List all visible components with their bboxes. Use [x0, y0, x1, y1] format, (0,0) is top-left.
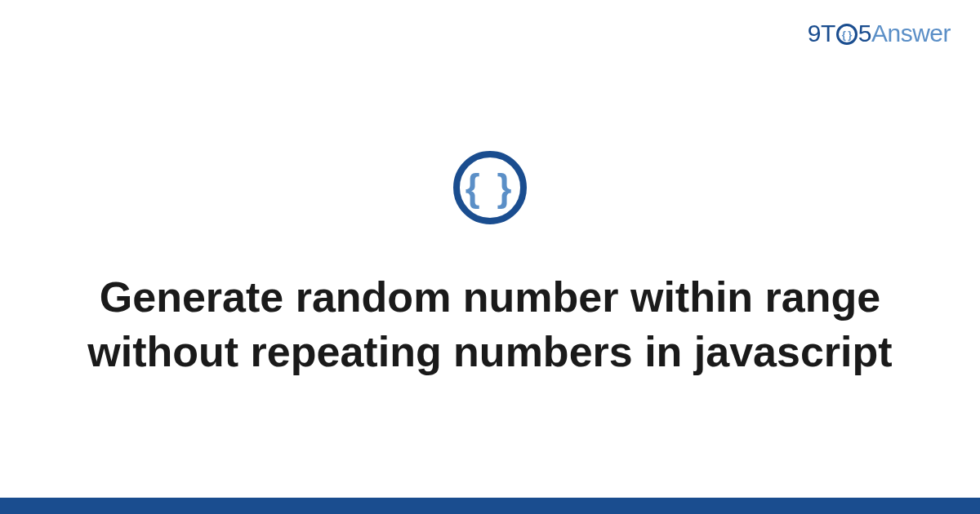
curly-braces-icon: { }	[466, 169, 515, 206]
main-content: { } Generate random number within range …	[0, 0, 980, 498]
category-icon-circle: { }	[453, 151, 527, 224]
footer-bar	[0, 498, 980, 514]
page-title: Generate random number within range with…	[82, 270, 898, 379]
